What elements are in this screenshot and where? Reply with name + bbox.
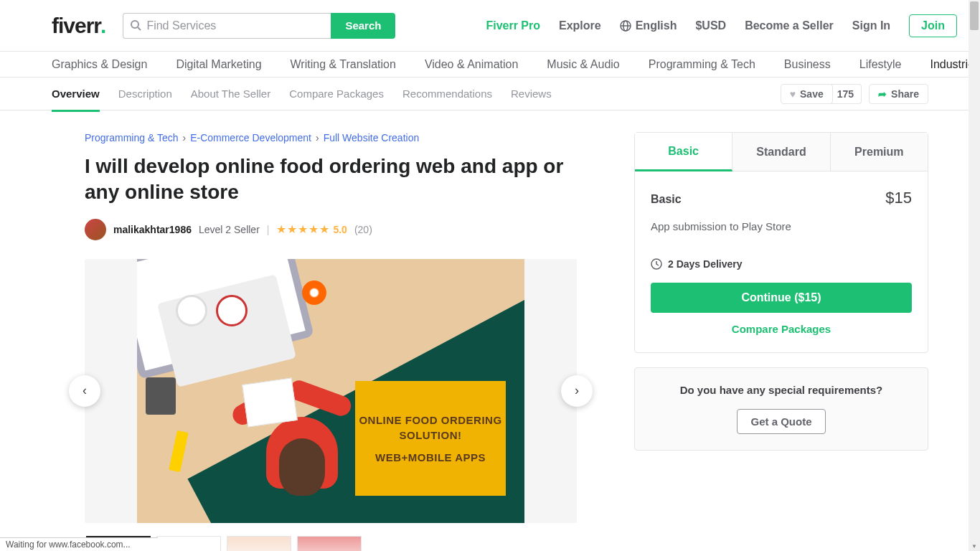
share-button[interactable]: ➦ Share	[869, 84, 928, 104]
nav-become-seller[interactable]: Become a Seller	[745, 19, 834, 32]
breadcrumb-3[interactable]: Full Website Creation	[324, 132, 420, 143]
star-icon: ★	[298, 222, 308, 236]
scrollbar-thumb[interactable]	[970, 1, 979, 30]
svg-point-0	[131, 21, 138, 28]
share-icon: ➦	[878, 88, 887, 100]
image-carousel: ‹ ONLINE FOOD O	[85, 259, 577, 523]
chevron-right-icon: ›	[575, 383, 579, 398]
tab-description[interactable]: Description	[118, 77, 172, 110]
package-name: Basic	[651, 193, 682, 206]
cat-programming-tech[interactable]: Programming & Tech	[649, 58, 755, 71]
save-button[interactable]: ♥ Save	[781, 84, 833, 104]
star-icon: ★	[319, 222, 329, 236]
thumbnail-3[interactable]	[227, 536, 291, 551]
sign-bottom-text: WEB+MOBILE APPS	[375, 451, 486, 463]
cat-business[interactable]: Business	[784, 58, 831, 71]
breadcrumb-1[interactable]: Programming & Tech	[85, 132, 178, 143]
cat-graphics-design[interactable]: Graphics & Design	[52, 58, 147, 71]
nav-language[interactable]: English	[620, 19, 677, 32]
cat-writing-translation[interactable]: Writing & Translation	[291, 58, 396, 71]
nav-sign-in[interactable]: Sign In	[852, 19, 890, 32]
package-description: App submission to Play Store	[651, 220, 912, 232]
left-column: Programming & Tech›E-Commerce Developmen…	[85, 132, 577, 551]
carousel-next-button[interactable]: ›	[561, 375, 593, 407]
carousel-image[interactable]: ONLINE FOOD ORDERING SOLUTION! WEB+MOBIL…	[137, 259, 524, 523]
package-body: Basic $15 App submission to Play Store 2…	[635, 171, 928, 352]
pkg-tab-standard[interactable]: Standard	[732, 133, 830, 171]
nav-explore[interactable]: Explore	[559, 19, 601, 32]
browser-status-bar: Waiting for www.facebook.com...	[0, 537, 158, 551]
category-bar: Graphics & Design Digital Marketing Writ…	[0, 52, 980, 77]
scrollbar[interactable]: ▼	[969, 0, 980, 551]
globe-icon	[620, 20, 631, 32]
sub-nav: Overview Description About The Seller Co…	[0, 77, 980, 110]
package-header: Basic $15	[651, 189, 912, 207]
package-tabs: Basic Standard Premium	[635, 133, 928, 171]
breadcrumb-separator: ›	[316, 132, 319, 143]
right-column: Basic Standard Premium Basic $15 App sub…	[634, 132, 928, 551]
star-icon: ★	[308, 222, 319, 236]
search-wrap: Search	[123, 13, 395, 39]
thumbnail-2[interactable]	[156, 536, 221, 551]
compare-packages-link[interactable]: Compare Packages	[651, 323, 912, 335]
rating-count: (20)	[354, 224, 372, 235]
cat-digital-marketing[interactable]: Digital Marketing	[176, 58, 261, 71]
tab-overview[interactable]: Overview	[52, 77, 100, 112]
save-label: Save	[800, 88, 824, 100]
star-icon: ★	[276, 222, 286, 236]
breadcrumb-2[interactable]: E-Commerce Development	[190, 132, 311, 143]
delivery-text: 2 Days Delivery	[668, 258, 743, 270]
tab-reviews[interactable]: Reviews	[511, 77, 552, 110]
rating-value: 5.0	[333, 224, 347, 235]
thumbnail-4[interactable]	[297, 536, 362, 551]
seller-level: Level 2 Seller	[199, 224, 260, 235]
pkg-tab-basic[interactable]: Basic	[635, 133, 732, 171]
breadcrumb-separator: ›	[182, 132, 186, 143]
chevron-left-icon: ‹	[83, 383, 87, 398]
thumbnail-strip	[85, 536, 577, 551]
tab-compare-packages[interactable]: Compare Packages	[289, 77, 384, 110]
carousel-prev-button[interactable]: ‹	[69, 375, 100, 407]
continue-button[interactable]: Continue ($15)	[651, 283, 912, 313]
pkg-tab-premium[interactable]: Premium	[831, 133, 928, 171]
package-box: Basic Standard Premium Basic $15 App sub…	[634, 132, 928, 353]
star-icon: ★	[287, 222, 297, 236]
scroll-down-icon[interactable]: ▼	[971, 543, 977, 550]
nav-currency[interactable]: $USD	[695, 19, 726, 32]
breadcrumbs: Programming & Tech›E-Commerce Developmen…	[85, 132, 577, 143]
quote-question: Do you have any special requirements?	[651, 384, 912, 396]
cat-video-animation[interactable]: Video & Animation	[425, 58, 518, 71]
share-label: Share	[891, 88, 919, 100]
quote-box: Do you have any special requirements? Ge…	[634, 367, 928, 451]
top-header: fiverr. Search Fiverr Pro Explore Englis…	[0, 0, 980, 52]
gig-image-text: ONLINE FOOD ORDERING SOLUTION! WEB+MOBIL…	[355, 381, 506, 496]
heart-icon: ♥	[790, 88, 796, 100]
rating-stars: ★ ★ ★ ★ ★ 5.0	[276, 222, 347, 236]
cat-lifestyle[interactable]: Lifestyle	[859, 58, 902, 71]
package-price: $15	[885, 189, 912, 207]
tab-about-seller[interactable]: About The Seller	[191, 77, 270, 110]
tab-recommendations[interactable]: Recommendations	[402, 77, 492, 110]
seller-row: malikakhtar1986 Level 2 Seller | ★ ★ ★ ★…	[85, 219, 577, 240]
package-delivery: 2 Days Delivery	[651, 258, 912, 270]
logo[interactable]: fiverr.	[52, 14, 105, 38]
divider: |	[267, 224, 270, 235]
join-button[interactable]: Join	[909, 14, 957, 37]
gig-title: I will develop online food ordering web …	[85, 154, 577, 206]
sign-top-text: ONLINE FOOD ORDERING SOLUTION!	[355, 413, 506, 443]
get-quote-button[interactable]: Get a Quote	[737, 409, 825, 434]
save-count: 175	[830, 84, 862, 104]
search-input[interactable]	[123, 13, 331, 39]
logo-text: fiverr	[52, 14, 101, 38]
seller-avatar[interactable]	[85, 219, 106, 240]
clock-icon	[651, 258, 662, 270]
nav-right: Fiverr Pro Explore English $USD Become a…	[486, 14, 957, 37]
nav-fiverr-pro[interactable]: Fiverr Pro	[486, 19, 540, 32]
search-icon	[130, 19, 141, 31]
seller-name[interactable]: malikakhtar1986	[113, 224, 192, 235]
logo-dot-icon: .	[100, 14, 105, 38]
cat-music-audio[interactable]: Music & Audio	[547, 58, 619, 71]
main: Programming & Tech›E-Commerce Developmen…	[0, 110, 980, 551]
nav-language-label: English	[636, 19, 677, 32]
search-button[interactable]: Search	[331, 13, 395, 39]
